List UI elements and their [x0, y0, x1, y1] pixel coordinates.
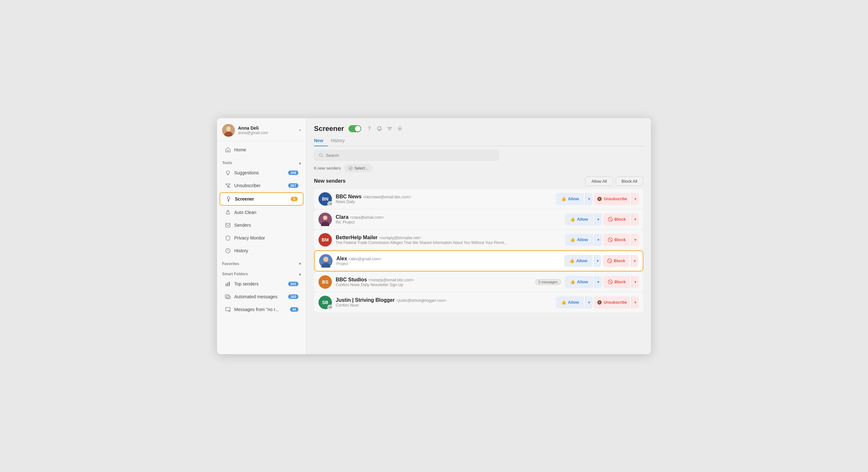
- sidebar-profile[interactable]: Anna Deli anna@gmail.com ▾: [217, 118, 306, 142]
- sidebar-item-messages-no-reply[interactable]: Messages from "no r... 44: [220, 303, 304, 316]
- alex-avatar-img: [319, 254, 333, 268]
- sidebar-item-senders[interactable]: Senders: [220, 219, 304, 231]
- chevron-up-icon[interactable]: ▴: [299, 272, 301, 276]
- help-icon[interactable]: ?: [366, 125, 373, 132]
- svg-point-22: [399, 128, 401, 129]
- sender-name: Justin | Striving Blogger <justin@strivi…: [336, 297, 552, 303]
- svg-line-6: [228, 186, 230, 188]
- sidebar-item-label: Unsubscriber: [234, 183, 285, 188]
- svg-rect-14: [229, 282, 230, 286]
- tab-history[interactable]: History: [331, 136, 349, 146]
- tools-section-label: Tools ▴: [217, 156, 306, 167]
- sender-info: BBC News <bbcnews@email.bbc.com> News Da…: [336, 194, 552, 204]
- select-check-icon: [348, 166, 352, 170]
- sidebar-item-privacy-monitor[interactable]: Privacy Monitor: [220, 232, 304, 244]
- screener-toggle[interactable]: [348, 125, 361, 132]
- profile-info: Anna Deli anna@gmail.com: [238, 125, 296, 135]
- bell-icon[interactable]: [376, 125, 383, 132]
- select-button[interactable]: Select...: [344, 165, 372, 172]
- svg-point-27: [323, 215, 328, 220]
- block-icon: 🚫: [608, 237, 613, 242]
- sidebar-item-automated-messages[interactable]: Automated messages 160: [220, 291, 304, 303]
- search-bar[interactable]: [314, 150, 499, 160]
- messages-no-reply-badge: 44: [290, 307, 299, 312]
- table-row: SB 📢 Justin | Striving Blogger <justin@s…: [314, 293, 643, 312]
- sender-avatar: BN 📢: [318, 192, 332, 206]
- page-title: Screener: [314, 124, 344, 133]
- allow-dropdown-button[interactable]: ▾: [585, 296, 593, 308]
- unsubscribe-button[interactable]: 🔕 Unsubscribe: [594, 193, 630, 205]
- messages-no-reply-icon: [225, 306, 231, 313]
- unsub-icon: 🔕: [597, 300, 602, 305]
- sidebar-item-label: Suggestions: [234, 170, 285, 175]
- svg-rect-16: [226, 296, 230, 299]
- sub-icon: 📢: [328, 201, 333, 206]
- sidebar-item-label: Home: [234, 147, 299, 152]
- svg-point-25: [349, 167, 352, 170]
- sender-subject: News Daily: [336, 200, 521, 204]
- svg-point-23: [319, 154, 322, 156]
- sender-name: Alex <alex@gmail.com>: [336, 256, 560, 262]
- unsubscribe-dropdown-button[interactable]: ▾: [631, 193, 639, 205]
- settings-icon[interactable]: [396, 125, 403, 132]
- sidebar-item-history[interactable]: History: [220, 245, 304, 257]
- sender-name: BBC Studios <noreply@email.bbc.com>: [336, 277, 531, 283]
- sidebar-item-screener[interactable]: Screener 6: [220, 192, 304, 206]
- unsubscribe-button[interactable]: 🔕 Unsubscribe: [594, 296, 630, 308]
- tab-new[interactable]: New: [314, 136, 328, 146]
- block-button[interactable]: 🚫 Block: [603, 276, 630, 288]
- suggestions-icon: [225, 170, 231, 176]
- block-button[interactable]: 🚫 Block: [602, 255, 630, 267]
- sidebar-item-suggestions[interactable]: Suggestions 108: [220, 167, 304, 179]
- allow-dropdown-button[interactable]: ▾: [594, 255, 601, 267]
- allow-dropdown-button[interactable]: ▾: [594, 213, 602, 226]
- svg-point-1: [226, 126, 231, 131]
- filter-icon[interactable]: [386, 125, 393, 132]
- allow-dropdown-button[interactable]: ▾: [585, 193, 593, 205]
- block-dropdown-button[interactable]: ▾: [631, 255, 638, 267]
- block-button[interactable]: 🚫 Block: [603, 213, 630, 226]
- block-all-button[interactable]: Block All: [616, 177, 643, 186]
- chevron-down-icon[interactable]: ▾: [299, 128, 301, 132]
- block-dropdown-button[interactable]: ▾: [631, 276, 639, 288]
- allow-dropdown-button[interactable]: ▾: [594, 234, 602, 246]
- row-actions: 👍 Allow ▾ 🚫 Block ▾: [565, 234, 639, 246]
- allow-dropdown-button[interactable]: ▾: [594, 276, 602, 288]
- sender-avatar: [318, 213, 332, 226]
- sender-subject: Confirm News Daily Newsletter Sign Up: [336, 283, 521, 287]
- row-actions: 👍 Allow ▾ 🚫 Block ▾: [565, 213, 639, 226]
- chevron-up-icon[interactable]: ▴: [299, 160, 301, 165]
- sidebar-item-label: History: [234, 248, 299, 253]
- allow-button[interactable]: 👍 Allow: [556, 296, 584, 308]
- sender-subject: Project: [336, 262, 521, 266]
- block-icon: 🚫: [607, 258, 612, 263]
- block-dropdown-button[interactable]: ▾: [631, 234, 639, 246]
- block-dropdown-button[interactable]: ▾: [631, 213, 639, 226]
- chevron-down-icon[interactable]: ▾: [299, 262, 301, 266]
- allow-button[interactable]: 👍 Allow: [565, 276, 593, 288]
- sidebar-item-top-senders[interactable]: Top senders 203: [220, 278, 304, 290]
- section-title: New senders: [314, 178, 346, 184]
- sidebar-item-label: Senders: [234, 223, 299, 228]
- sender-avatar: [319, 254, 333, 268]
- sidebar-item-unsubscriber[interactable]: Unsubscriber 267: [220, 179, 304, 191]
- sidebar-item-home[interactable]: Home: [220, 144, 304, 156]
- allow-all-button[interactable]: Allow All: [585, 177, 613, 186]
- sidebar-item-auto-clean[interactable]: Auto Clean: [220, 206, 304, 218]
- sender-subject: Re: Project: [336, 220, 521, 225]
- clara-avatar-img: [318, 213, 332, 226]
- sender-info: Clara <clara@email.com> Re: Project: [336, 214, 561, 225]
- screener-icon: [225, 196, 232, 202]
- sender-info: Alex <alex@gmail.com> Project: [336, 256, 560, 266]
- search-input[interactable]: [326, 153, 494, 158]
- sidebar-item-label: Messages from "no r...: [234, 307, 287, 312]
- unsub-icon: 🔕: [597, 197, 602, 201]
- favorites-section-label: Favorites ▾: [217, 257, 306, 267]
- block-button[interactable]: 🚫 Block: [603, 234, 630, 246]
- allow-button[interactable]: 👍 Allow: [564, 255, 593, 267]
- sidebar-item-label: Top senders: [234, 282, 285, 287]
- allow-button[interactable]: 👍 Allow: [556, 193, 584, 205]
- allow-button[interactable]: 👍 Allow: [565, 234, 593, 246]
- allow-button[interactable]: 👍 Allow: [565, 213, 593, 226]
- unsubscribe-dropdown-button[interactable]: ▾: [631, 296, 639, 308]
